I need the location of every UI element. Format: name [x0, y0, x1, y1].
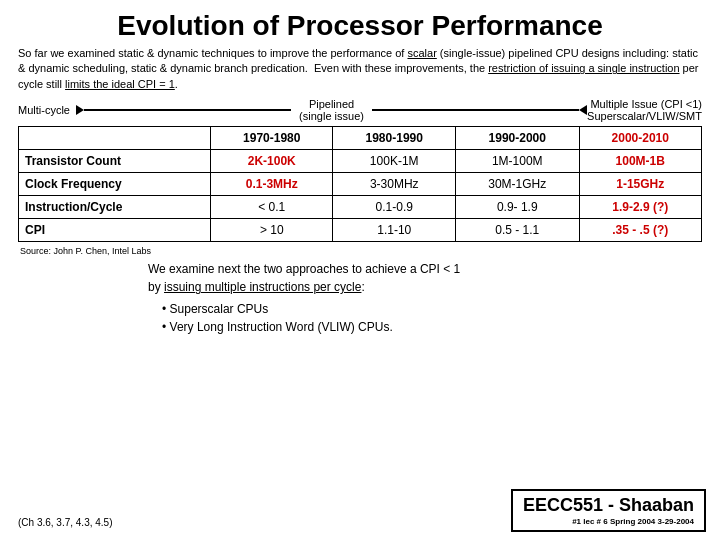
- clock-1970: 0.1-3MHz: [211, 173, 333, 196]
- cpi-1990: 0.5 - 1.1: [455, 219, 579, 242]
- transistor-1980: 100K-1M: [333, 150, 455, 173]
- ipc-1980: 0.1-0.9: [333, 196, 455, 219]
- table-row: CPI > 10 1.1-10 0.5 - 1.1 .35 - .5 (?): [19, 219, 702, 242]
- by-issuing-text: by issuing multiple instructions per cyc…: [148, 280, 365, 294]
- row-label-cpi: CPI: [19, 219, 211, 242]
- arrow-row: Multi-cycle Pipelined (single issue) Mul…: [18, 98, 702, 122]
- col-header-empty: [19, 127, 211, 150]
- ipc-2010: 1.9-2.9 (?): [579, 196, 702, 219]
- transistor-2010: 100M-1B: [579, 150, 702, 173]
- multicycle-label: Multi-cycle: [18, 104, 70, 116]
- ipc-1970: < 0.1: [211, 196, 333, 219]
- table-row: Transistor Count 2K-100K 100K-1M 1M-100M…: [19, 150, 702, 173]
- ipc-1990: 0.9- 1.9: [455, 196, 579, 219]
- transistor-1970: 2K-100K: [211, 150, 333, 173]
- row-label-ipc: Instruction/Cycle: [19, 196, 211, 219]
- arrow-line-2: [372, 109, 579, 111]
- arrow-container: Pipelined (single issue): [76, 98, 587, 122]
- transistor-1990: 1M-100M: [455, 150, 579, 173]
- row-label-transistor: Transistor Count: [19, 150, 211, 173]
- col-header-1990: 1990-2000: [455, 127, 579, 150]
- source-citation: Source: John P. Chen, Intel Labs: [20, 246, 702, 256]
- row-label-clock: Clock Frequency: [19, 173, 211, 196]
- cpi-1970: > 10: [211, 219, 333, 242]
- eecc-title: EECC551 - Shaaban: [523, 495, 694, 515]
- cpi-2010: .35 - .5 (?): [579, 219, 702, 242]
- page: Evolution of Processor Performance So fa…: [0, 0, 720, 540]
- arrow-left-head: [579, 105, 587, 115]
- arrow-line: [84, 109, 291, 111]
- table-header-row: 1970-1980 1980-1990 1990-2000 2000-2010: [19, 127, 702, 150]
- eecc-box: EECC551 - Shaaban #1 lec # 6 Spring 2004…: [511, 489, 706, 532]
- bullet-superscalar: • Superscalar CPUs: [162, 300, 702, 318]
- col-header-1970: 1970-1980: [211, 127, 333, 150]
- eecc-subtitle: #1 lec # 6 Spring 2004 3-29-2004: [523, 517, 694, 526]
- clock-1980: 3-30MHz: [333, 173, 455, 196]
- clock-1990: 30M-1GHz: [455, 173, 579, 196]
- table-row: Instruction/Cycle < 0.1 0.1-0.9 0.9- 1.9…: [19, 196, 702, 219]
- chapter-reference: (Ch 3.6, 3.7, 4.3, 4.5): [18, 517, 113, 528]
- table-row: Clock Frequency 0.1-3MHz 3-30MHz 30M-1GH…: [19, 173, 702, 196]
- pipelined-label: Pipelined (single issue): [299, 98, 364, 122]
- performance-table: 1970-1980 1980-1990 1990-2000 2000-2010 …: [18, 126, 702, 242]
- arrow-right-head: [76, 105, 84, 115]
- page-title: Evolution of Processor Performance: [18, 10, 702, 42]
- clock-2010: 1-15GHz: [579, 173, 702, 196]
- col-header-2010: 2000-2010: [579, 127, 702, 150]
- multiple-issue-label: Multiple Issue (CPI <1) Superscalar/VLIW…: [587, 98, 702, 122]
- cpi-1980: 1.1-10: [333, 219, 455, 242]
- bullet-vliw: • Very Long Instruction Word (VLIW) CPUs…: [162, 318, 702, 336]
- intro-paragraph: So far we examined static & dynamic tech…: [18, 46, 702, 92]
- col-header-1980: 1980-1990: [333, 127, 455, 150]
- examine-text: We examine next the two approaches to ac…: [148, 260, 702, 296]
- bottom-description: We examine next the two approaches to ac…: [148, 260, 702, 336]
